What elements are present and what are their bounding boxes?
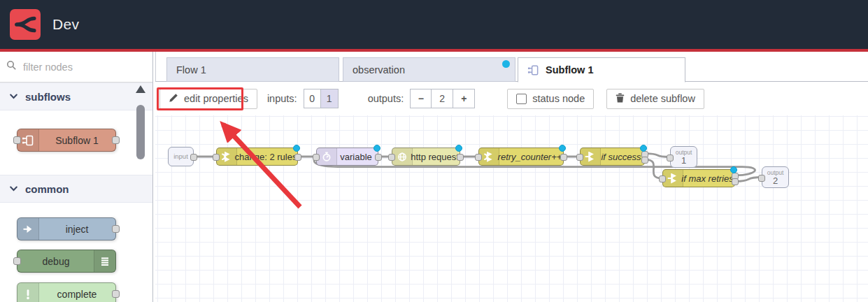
delete-subflow-label: delete subflow [630, 93, 695, 104]
workspace-tab-bar: Flow 1 observation Subflo [155, 52, 868, 82]
delete-subflow-button[interactable]: delete subflow [606, 89, 704, 109]
flow-canvas[interactable] [155, 115, 868, 302]
palette-node-label: debug [17, 250, 94, 272]
io-node-kind-label: input [173, 153, 188, 160]
node-input-port[interactable] [758, 175, 765, 182]
node-output-port[interactable] [732, 178, 739, 185]
node-output-port[interactable] [560, 154, 567, 161]
flow-node-retry[interactable]: retry_counter++ [478, 148, 564, 166]
flow-node-label: if max retries [683, 170, 732, 187]
io-node-kind-label: output [676, 149, 692, 156]
node-red-editor: Dev subflowsSubflow 1commoninjectdebugco… [0, 0, 868, 302]
outputs-spinner: − 2 + [410, 89, 475, 108]
palette-filter [0, 52, 152, 82]
tab-label: Flow 1 [176, 64, 206, 76]
palette-node-debug[interactable]: debug [17, 250, 116, 273]
palette-category-subflows[interactable]: subflows [0, 82, 152, 110]
inputs-option-1[interactable]: 1 [321, 89, 339, 108]
switch-icon [663, 170, 683, 187]
subflow-icon [527, 64, 539, 76]
inject-icon [17, 218, 39, 240]
io-node-number: 2 [773, 176, 778, 186]
debug-icon [94, 250, 115, 272]
palette-node-inject[interactable]: inject [17, 217, 116, 240]
node-output-port[interactable] [294, 154, 301, 161]
flow-node-label: if success [600, 148, 642, 165]
node-changed-indicator [640, 145, 647, 152]
filter-nodes-input[interactable] [22, 61, 136, 73]
node-input-port[interactable] [659, 175, 666, 182]
trash-icon [616, 93, 625, 105]
node-input-port[interactable] [213, 154, 220, 161]
palette-scrollbar-thumb[interactable] [136, 105, 145, 159]
tab-flow-1[interactable]: Flow 1 [166, 57, 339, 82]
node-output-port[interactable] [641, 157, 648, 164]
app-header: Dev [0, 0, 868, 49]
flow-node-change[interactable]: change: 2 rules [216, 148, 298, 166]
flow-node-ifmax[interactable]: if max retries [662, 169, 735, 187]
io-node-kind-label: output [767, 169, 784, 176]
node-changed-indicator [730, 166, 737, 173]
tab-subflow-1[interactable]: Subflow 1 [518, 57, 685, 82]
inputs-option-0[interactable]: 0 [304, 89, 321, 108]
flow-node-output1[interactable]: output1 [670, 146, 697, 168]
node-output-port[interactable] [112, 225, 120, 233]
outputs-count-value[interactable]: 2 [432, 89, 453, 108]
palette-category-label: subflows [25, 91, 71, 103]
search-icon [6, 60, 17, 73]
inputs-toggle: 0 1 [304, 89, 339, 108]
globe-icon [392, 148, 413, 165]
io-node-number: 1 [681, 156, 686, 166]
app-title: Dev [52, 16, 79, 33]
complete-icon [17, 283, 39, 302]
annotation-highlight-rect [157, 87, 243, 110]
tab-label: Subflow 1 [546, 64, 593, 76]
flow-node-label: variable [336, 148, 376, 165]
flow-node-variable[interactable]: variable [316, 148, 378, 166]
flow-node-http[interactable]: http request [392, 148, 460, 166]
node-output-port[interactable] [457, 154, 464, 161]
palette-node-subflow-1[interactable]: Subflow 1 [17, 129, 116, 152]
outputs-decrease-button[interactable]: − [410, 89, 432, 108]
flow-node-label: retry_counter++ [499, 148, 561, 165]
flow-node-label: http request [412, 148, 457, 165]
outputs-increase-button[interactable]: + [453, 89, 475, 108]
node-input-port[interactable] [667, 154, 674, 161]
tab-observation[interactable]: observation [343, 57, 515, 82]
node-input-port[interactable] [13, 257, 21, 265]
node-output-port[interactable] [190, 154, 197, 161]
inputs-label: inputs: [267, 93, 297, 104]
node-output-port[interactable] [375, 154, 382, 161]
status-node-checkbox[interactable] [516, 94, 527, 104]
palette-category-common[interactable]: common [0, 175, 152, 203]
node-changed-indicator [293, 145, 300, 152]
node-changed-indicator [373, 145, 380, 152]
node-output-port[interactable] [112, 290, 120, 298]
tab-changed-indicator [502, 60, 510, 68]
tab-label: observation [353, 64, 405, 76]
chevron-down-icon [10, 186, 17, 192]
node-input-port[interactable] [388, 154, 395, 161]
palette-node-label: complete [38, 283, 115, 302]
palette-scroll-up-icon[interactable] [136, 85, 145, 93]
node-output-port[interactable] [112, 136, 120, 144]
flow-node-input[interactable]: input [168, 147, 194, 166]
subflow-toolbar: edit properties inputs: 0 1 outputs: − 2… [155, 82, 868, 115]
flow-node-label: change: 2 rules [236, 148, 295, 165]
node-input-port[interactable] [13, 136, 21, 144]
node-changed-indicator [455, 145, 462, 152]
palette-node-complete[interactable]: complete [17, 282, 116, 302]
palette-sidebar: subflowsSubflow 1commoninjectdebugcomple… [0, 52, 153, 302]
status-node-toggle[interactable]: status node [507, 89, 594, 109]
flow-node-ifsuccess[interactable]: if success [580, 148, 645, 166]
node-input-port[interactable] [313, 154, 320, 161]
palette-node-label: Subflow 1 [38, 129, 115, 151]
node-input-port[interactable] [576, 154, 583, 161]
switch-icon [581, 148, 601, 165]
node-changed-indicator [559, 145, 566, 152]
swap-icon [479, 148, 499, 165]
node-input-port[interactable] [475, 154, 482, 161]
flow-node-output2[interactable]: output2 [762, 166, 789, 188]
outputs-label: outputs: [368, 93, 404, 104]
status-node-label: status node [532, 93, 585, 104]
